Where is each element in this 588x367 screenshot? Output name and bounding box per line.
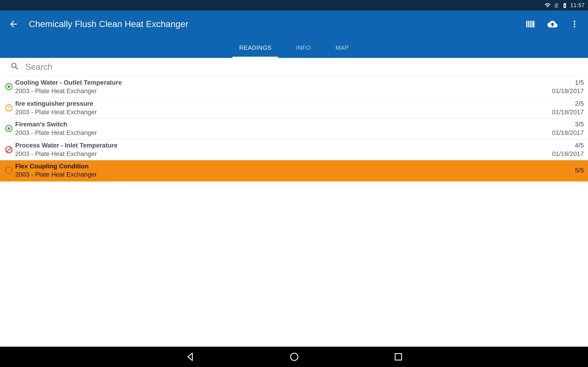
no-sim-icon: [553, 2, 559, 8]
nav-recent-button[interactable]: [393, 351, 404, 362]
status-pending-icon: [2, 166, 15, 175]
svg-point-1: [8, 85, 10, 88]
android-navbar: [0, 347, 588, 367]
status-ok-icon: [2, 124, 15, 133]
search-input[interactable]: [26, 62, 578, 72]
tab-label: MAP: [336, 44, 349, 51]
reading-subtitle: 2003 - Plate Heat Exchanger: [15, 129, 552, 137]
wifi-icon: [544, 2, 551, 8]
reading-title: Process Water - Inlet Temperature: [15, 141, 552, 150]
appbar: Chemically Flush Clean Heat Exchanger RE…: [0, 10, 588, 58]
reading-subtitle: 2003 - Plate Heat Exchanger: [15, 150, 552, 158]
search-bar[interactable]: [2, 58, 586, 77]
reading-date: 01/18/2017: [552, 87, 584, 95]
readings-list: Cooling Water - Outlet Temperature 2003 …: [0, 77, 588, 181]
reading-subtitle: 2003 - Plate Heat Exchanger: [15, 87, 552, 95]
reading-row[interactable]: Process Water - Inlet Temperature 2003 -…: [0, 139, 588, 160]
status-ok-icon: [2, 83, 15, 91]
tab-readings[interactable]: READINGS: [233, 38, 278, 58]
reading-title: Flex Coupling Condition: [15, 162, 575, 170]
svg-rect-3: [9, 106, 9, 108]
tab-map[interactable]: MAP: [329, 38, 355, 58]
battery-charging-icon: [562, 2, 568, 8]
reading-row[interactable]: fire extinguisher pressure 2003 - Plate …: [0, 98, 588, 118]
nav-back-button[interactable]: [184, 351, 195, 362]
status-warn-icon: [2, 103, 15, 112]
svg-point-10: [290, 353, 298, 361]
reading-title: Cooling Water - Outlet Temperature: [15, 78, 552, 87]
svg-point-6: [8, 127, 10, 130]
svg-point-9: [6, 167, 12, 174]
reading-count: 5/5: [575, 166, 584, 175]
search-icon: [10, 61, 19, 73]
status-clock: 11:57: [570, 2, 585, 8]
svg-rect-11: [395, 354, 401, 360]
reading-subtitle: 2003 - Plate Heat Exchanger: [15, 170, 575, 179]
reading-count: 1/5: [575, 78, 584, 87]
cloud-upload-button[interactable]: [547, 19, 557, 29]
reading-date: 01/18/2017: [552, 108, 584, 116]
reading-count: 2/5: [575, 99, 584, 108]
reading-row[interactable]: Cooling Water - Outlet Temperature 2003 …: [0, 77, 588, 98]
svg-rect-4: [9, 109, 9, 109]
tab-label: READINGS: [239, 44, 271, 51]
tab-bar: READINGS INFO MAP: [0, 38, 588, 58]
tab-label: INFO: [296, 44, 311, 51]
nav-home-button[interactable]: [288, 351, 300, 362]
svg-line-8: [7, 148, 11, 152]
reading-row[interactable]: Fireman's Switch 2003 - Plate Heat Excha…: [0, 118, 588, 139]
reading-date: 01/18/2017: [552, 129, 584, 137]
overflow-menu-button[interactable]: [569, 19, 579, 29]
back-button[interactable]: [9, 19, 19, 29]
reading-count: 4/5: [575, 141, 584, 150]
barcode-button[interactable]: [525, 19, 536, 29]
android-statusbar: 11:57: [0, 0, 588, 10]
reading-count: 3/5: [575, 120, 584, 128]
reading-row[interactable]: Flex Coupling Condition 2003 - Plate Hea…: [0, 160, 588, 181]
tab-info[interactable]: INFO: [289, 38, 318, 58]
reading-date: 01/18/2017: [552, 150, 584, 158]
reading-title: Fireman's Switch: [15, 120, 552, 128]
reading-title: fire extinguisher pressure: [15, 99, 552, 108]
reading-subtitle: 2003 - Plate Heat Exchanger: [15, 108, 552, 116]
page-title: Chemically Flush Clean Heat Exchanger: [29, 19, 515, 29]
status-blocked-icon: [2, 145, 15, 154]
